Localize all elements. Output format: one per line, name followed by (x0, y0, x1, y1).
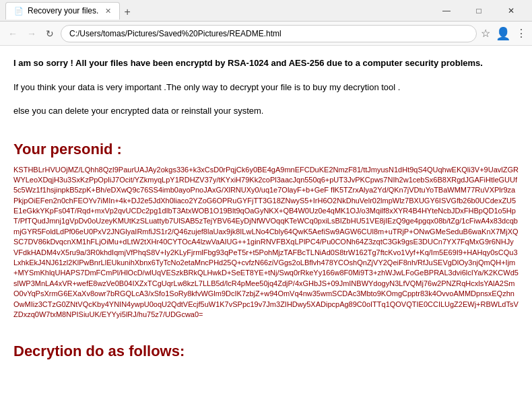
page-content: I am so sorry ! All your files have been… (0, 46, 532, 418)
refresh-button[interactable]: ↻ (43, 27, 57, 40)
window-controls: — □ ✕ (431, 0, 527, 22)
close-button[interactable]: ✕ (496, 0, 527, 22)
warning-text-1: I am so sorry ! All your files have been… (13, 57, 519, 70)
warning-text-3: else you can delete your encrypted data … (13, 104, 519, 118)
browser-window: 📄 Recovery your files. ✕ + — □ ✕ ← → ↻ ☆… (0, 0, 532, 418)
tab-area: 📄 Recovery your files. ✕ + (5, 2, 431, 20)
forward-button[interactable]: → (24, 27, 39, 40)
warning-text-2: If you think your data is very important… (13, 81, 519, 94)
tab-close-button[interactable]: ✕ (105, 7, 111, 15)
title-bar: 📄 Recovery your files. ✕ + — □ ✕ (0, 0, 532, 22)
star-icon[interactable]: ☆ (481, 27, 490, 40)
back-button[interactable]: ← (5, 27, 20, 40)
new-tab-button[interactable]: + (120, 5, 134, 20)
section1-title: Your personid : (13, 141, 519, 158)
tab-title: Recovery your files. (28, 6, 98, 15)
page-wrapper: I am so sorry ! All your files have been… (13, 57, 519, 360)
encoded-key: KSTHBLrHVUOjMZ/LQhh8QzI9PaurUAJAy2okgs33… (13, 165, 519, 320)
maximize-button[interactable]: □ (463, 0, 494, 22)
warning-strong-1: I am so sorry ! All your files have been… (13, 58, 483, 68)
toolbar-icons: ☆ 👤 ⋮ (481, 26, 527, 41)
url-input[interactable] (61, 25, 477, 42)
content-layer: I am so sorry ! All your files have been… (13, 57, 519, 360)
active-tab[interactable]: 📄 Recovery your files. ✕ (5, 2, 120, 20)
address-bar: ← → ↻ ☆ 👤 ⋮ (0, 22, 532, 46)
menu-icon[interactable]: ⋮ (516, 27, 527, 40)
profile-icon[interactable]: 👤 (496, 26, 510, 41)
section2-title: Decrytion do as follows: (13, 343, 519, 360)
page-icon: 📄 (14, 7, 24, 15)
minimize-button[interactable]: — (431, 0, 462, 22)
